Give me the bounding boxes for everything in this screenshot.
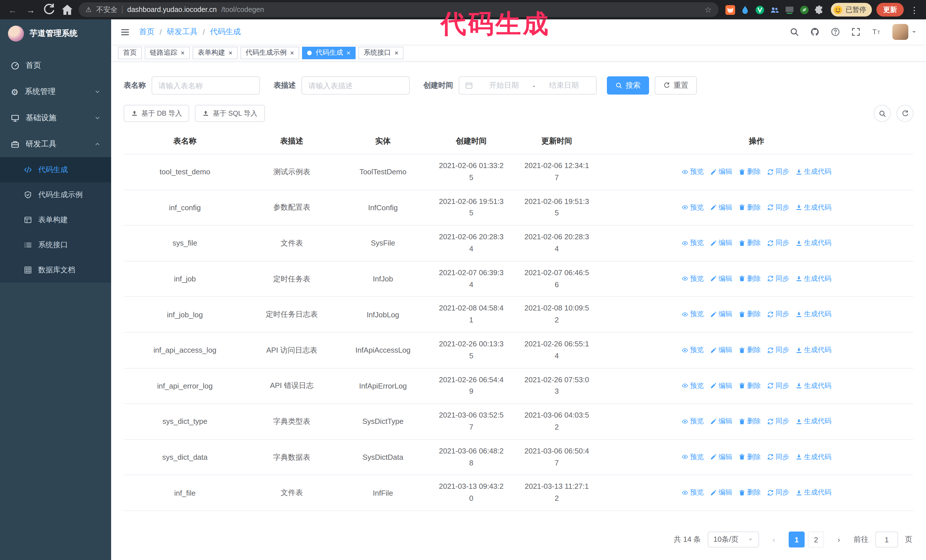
sync-action-link[interactable]: 同步: [767, 381, 789, 391]
user-avatar[interactable]: [893, 24, 917, 40]
generate-action-link[interactable]: 生成代码: [796, 167, 831, 177]
sync-action-link[interactable]: 同步: [767, 238, 789, 248]
delete-action-link[interactable]: 删除: [738, 274, 761, 284]
tab-form-builder[interactable]: 表单构建×: [193, 47, 238, 59]
tab-close-icon[interactable]: ×: [346, 49, 351, 56]
browser-menu-icon[interactable]: ⋮: [908, 5, 920, 14]
sidebar-item-infra[interactable]: 基础设施: [0, 105, 111, 131]
table-desc-input[interactable]: [301, 76, 410, 95]
sidebar-item-devtools[interactable]: 研发工具: [0, 131, 111, 157]
tab-trace[interactable]: 链路追踪×: [145, 47, 190, 59]
preview-action-link[interactable]: 预览: [682, 381, 704, 391]
sidebar-item-home[interactable]: 首页: [0, 53, 111, 78]
breadcrumb-item[interactable]: 首页: [139, 27, 154, 37]
generate-action-link[interactable]: 生成代码: [796, 238, 831, 248]
edit-action-link[interactable]: 编辑: [710, 345, 732, 355]
next-page-button[interactable]: ›: [831, 531, 847, 548]
toggle-search-button[interactable]: [873, 105, 891, 122]
delete-action-link[interactable]: 删除: [738, 309, 761, 319]
breadcrumb-item[interactable]: 代码生成: [210, 27, 241, 37]
sync-action-link[interactable]: 同步: [767, 488, 789, 498]
preview-action-link[interactable]: 预览: [682, 238, 704, 248]
browser-update-button[interactable]: 更新: [876, 3, 904, 17]
generate-action-link[interactable]: 生成代码: [796, 202, 831, 212]
delete-action-link[interactable]: 删除: [738, 488, 761, 498]
tab-api[interactable]: 系统接口×: [359, 47, 404, 59]
generate-action-link[interactable]: 生成代码: [796, 452, 831, 462]
profile-chip[interactable]: 已暂停: [831, 3, 872, 17]
font-size-icon[interactable]: TT: [872, 27, 881, 36]
browser-forward-icon[interactable]: →: [24, 3, 38, 17]
sidebar-item-system[interactable]: ⚙系统管理: [0, 78, 111, 105]
menu-fold-icon[interactable]: [120, 27, 130, 37]
refresh-table-button[interactable]: [896, 105, 914, 122]
sync-action-link[interactable]: 同步: [767, 345, 789, 355]
preview-action-link[interactable]: 预览: [682, 452, 704, 462]
search-icon[interactable]: [790, 27, 799, 36]
prev-page-button[interactable]: ‹: [766, 531, 782, 548]
tab-close-icon[interactable]: ×: [394, 49, 398, 56]
page-button-1[interactable]: 1: [789, 531, 805, 548]
preview-action-link[interactable]: 预览: [682, 167, 704, 177]
sync-action-link[interactable]: 同步: [767, 452, 789, 462]
edit-action-link[interactable]: 编辑: [710, 274, 732, 284]
edit-action-link[interactable]: 编辑: [710, 452, 732, 462]
delete-action-link[interactable]: 删除: [738, 381, 761, 391]
browser-reload-icon[interactable]: [42, 3, 56, 17]
page-button-2[interactable]: 2: [808, 531, 824, 548]
edit-action-link[interactable]: 编辑: [710, 167, 732, 177]
preview-action-link[interactable]: 预览: [682, 202, 704, 212]
extension-drop-icon[interactable]: [740, 5, 750, 15]
extensions-puzzle-icon[interactable]: [814, 5, 824, 15]
reset-button[interactable]: 重置: [655, 76, 697, 95]
preview-action-link[interactable]: 预览: [682, 274, 704, 284]
tab-close-icon[interactable]: ×: [290, 49, 294, 56]
generate-action-link[interactable]: 生成代码: [796, 417, 831, 426]
edit-action-link[interactable]: 编辑: [710, 202, 732, 212]
sync-action-link[interactable]: 同步: [767, 202, 789, 212]
edit-action-link[interactable]: 编辑: [710, 238, 732, 248]
tab-codegen-example[interactable]: 代码生成示例×: [241, 47, 299, 59]
generate-action-link[interactable]: 生成代码: [796, 381, 831, 391]
app-logo[interactable]: 芋道管理系统: [0, 20, 111, 48]
preview-action-link[interactable]: 预览: [682, 488, 704, 498]
delete-action-link[interactable]: 删除: [738, 167, 761, 177]
extension-cast-icon[interactable]: [785, 5, 794, 15]
github-icon[interactable]: [810, 27, 819, 36]
preview-action-link[interactable]: 预览: [682, 417, 704, 426]
page-size-select[interactable]: 10条/页: [708, 531, 759, 548]
edit-action-link[interactable]: 编辑: [710, 381, 732, 391]
generate-action-link[interactable]: 生成代码: [796, 488, 831, 498]
browser-back-icon[interactable]: ←: [6, 3, 20, 17]
delete-action-link[interactable]: 删除: [738, 202, 761, 212]
tab-close-icon[interactable]: ×: [181, 49, 185, 56]
table-name-input[interactable]: [151, 76, 260, 95]
sync-action-link[interactable]: 同步: [767, 309, 789, 319]
edit-action-link[interactable]: 编辑: [710, 488, 732, 498]
extension-fox-icon[interactable]: [725, 5, 735, 15]
generate-action-link[interactable]: 生成代码: [796, 309, 831, 319]
sync-action-link[interactable]: 同步: [767, 417, 789, 426]
preview-action-link[interactable]: 预览: [682, 345, 704, 355]
search-button[interactable]: 搜索: [607, 76, 649, 95]
sync-action-link[interactable]: 同步: [767, 274, 789, 284]
delete-action-link[interactable]: 删除: [738, 417, 761, 426]
edit-action-link[interactable]: 编辑: [710, 309, 732, 319]
browser-home-icon[interactable]: [61, 3, 74, 17]
goto-page-input[interactable]: [875, 531, 898, 548]
tab-home[interactable]: 首页: [118, 47, 142, 59]
extension-people-icon[interactable]: [770, 5, 779, 15]
sidebar-item-codegen[interactable]: 代码生成: [0, 157, 111, 182]
tab-codegen[interactable]: 代码生成×: [302, 47, 356, 59]
help-icon[interactable]: [831, 27, 840, 36]
sidebar-item-api[interactable]: 系统接口: [0, 232, 111, 258]
sidebar-item-form-builder[interactable]: 表单构建: [0, 207, 111, 232]
delete-action-link[interactable]: 删除: [738, 452, 761, 462]
delete-action-link[interactable]: 删除: [738, 238, 761, 248]
fullscreen-icon[interactable]: [851, 27, 861, 36]
breadcrumb-item[interactable]: 研发工具: [167, 27, 198, 37]
generate-action-link[interactable]: 生成代码: [796, 274, 831, 284]
extension-vcheck-icon[interactable]: [755, 5, 765, 15]
sidebar-item-db-doc[interactable]: 数据库文档: [0, 258, 111, 282]
bookmark-star-icon[interactable]: ☆: [705, 6, 712, 14]
